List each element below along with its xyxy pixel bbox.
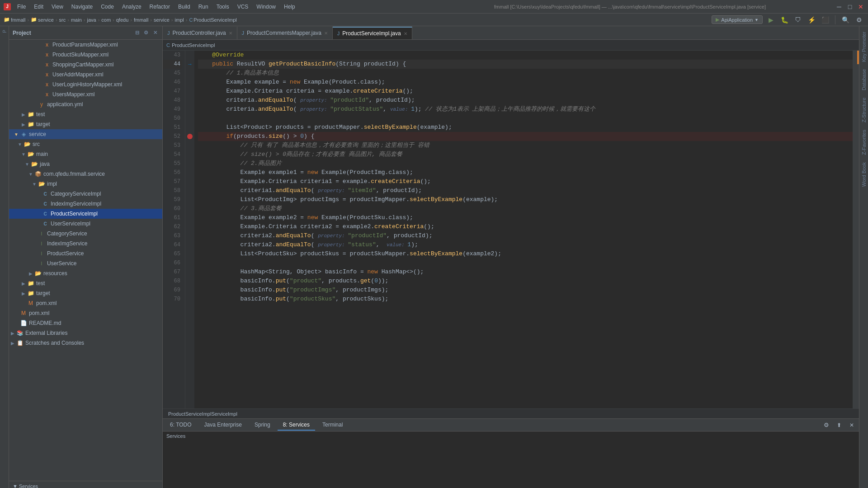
menu-run[interactable]: Run	[195, 3, 212, 11]
tree-item-readme[interactable]: 📄 README.md	[9, 318, 162, 328]
tree-item-users-mapper[interactable]: x UsersMapper.xml	[9, 89, 162, 99]
bottom-close-icon[interactable]: ✕	[846, 420, 857, 431]
menu-view[interactable]: View	[48, 3, 67, 11]
menu-build[interactable]: Build	[175, 3, 194, 11]
breadcrumb-item-fmmall[interactable]: 📁 fmmall	[4, 17, 25, 23]
collapse-all-icon[interactable]: ⊟	[133, 29, 141, 37]
breadcrumb-item-service2[interactable]: service	[154, 17, 170, 23]
tree-item-product-service-impl[interactable]: C ProductServiceImpl	[9, 209, 162, 219]
folder-arrow: ▼	[13, 132, 20, 137]
close-panel-icon[interactable]: ✕	[151, 29, 159, 37]
search-everywhere-button[interactable]: 🔍	[840, 14, 851, 25]
bottom-restore-icon[interactable]: ⬆	[834, 420, 844, 431]
tree-item-index-img-service-impl[interactable]: C IndexImgServiceImpl	[9, 199, 162, 209]
close-button[interactable]: ✕	[857, 3, 864, 10]
code-line-47: Example.Criteria criteria = example.crea…	[198, 87, 853, 96]
settings-button[interactable]: ⚙	[854, 14, 864, 25]
breadcrumb-item-java[interactable]: java	[87, 17, 96, 23]
code-line-54: // size() > 0商品存在；才有必要查 商品图片, 商品套餐	[198, 150, 853, 159]
tab-product-comments-mapper[interactable]: J ProductCommentsMapper.java ✕	[237, 27, 333, 39]
tree-item-shopping-cart-mapper[interactable]: x ShoppingCartMapper.xml	[9, 60, 162, 70]
maximize-button[interactable]: □	[846, 3, 854, 10]
menu-tools[interactable]: Tools	[213, 3, 233, 11]
tree-item-resources[interactable]: ▶ 📂 resources	[9, 268, 162, 278]
tree-item-com-qfedu[interactable]: ▼ 📦 com.qfedu.fmmall.service	[9, 169, 162, 179]
bottom-settings-icon[interactable]: ⚙	[821, 420, 832, 431]
tree-item-user-addr-mapper[interactable]: x UserAddrMapper.xml	[9, 70, 162, 80]
tree-item-scratches[interactable]: ▶ 📋 Scratches and Consoles	[9, 338, 162, 348]
tree-item-src[interactable]: ▼ 📂 src	[9, 139, 162, 149]
tree-item-test[interactable]: ▶ 📁 test	[9, 109, 162, 119]
file-label: UsersMapper.xml	[52, 91, 94, 98]
tree-item-pom-service[interactable]: M pom.xml	[9, 298, 162, 308]
code-editor[interactable]: @Override public ResultVO getProductBasi…	[194, 51, 853, 408]
right-tab-word-book[interactable]: Word Book	[860, 159, 868, 190]
profile-button[interactable]: ⚡	[806, 14, 817, 25]
tab-services[interactable]: 8: Services	[278, 420, 315, 431]
breadcrumb-item-service[interactable]: 📁 service	[31, 17, 54, 23]
tree-item-product-params-mapper[interactable]: x ProductParamsMapper.xml	[9, 40, 162, 50]
java-file-icon: J	[337, 31, 340, 36]
tree-item-product-service[interactable]: I ProductService	[9, 249, 162, 258]
menu-window[interactable]: Window	[253, 3, 279, 11]
tab-close-button[interactable]: ✕	[229, 31, 232, 36]
tab-todo[interactable]: 6: TODO	[165, 420, 197, 431]
tab-java-enterprise[interactable]: Java Enterprise	[199, 420, 247, 431]
tree-item-pom-root[interactable]: M pom.xml	[9, 308, 162, 318]
breadcrumb-item-src[interactable]: src	[59, 17, 66, 23]
tree-item-main[interactable]: ▼ 📂 main	[9, 149, 162, 159]
tree-item-product-sku-mapper[interactable]: x ProductSkuMapper.xml	[9, 50, 162, 60]
right-tab-database[interactable]: Database	[860, 66, 868, 94]
class-breadcrumb-icon: C	[166, 42, 170, 48]
code-line-53: // 只有 有了 商品基本信息，才有必要查询 里面的；这里相当于 容错	[198, 141, 853, 150]
right-tab-key-promoter[interactable]: Key Promoter	[860, 28, 868, 66]
code-line-68: basicInfo.put("product", products.get(0)…	[198, 277, 853, 286]
tree-item-target2[interactable]: ▶ 📁 target	[9, 288, 162, 298]
settings-icon[interactable]: ⚙	[142, 29, 150, 37]
breadcrumb-item-class[interactable]: C ProductServiceImpl	[189, 17, 236, 23]
menu-navigate[interactable]: Navigate	[68, 3, 96, 11]
tree-item-user-login-history-mapper[interactable]: x UserLoginHistoryMapper.xml	[9, 80, 162, 89]
menu-edit[interactable]: Edit	[30, 3, 47, 11]
tree-item-index-img-service[interactable]: I IndexImgService	[9, 239, 162, 249]
breadcrumb-item-com[interactable]: com	[101, 17, 111, 23]
breadcrumb-item-impl[interactable]: impl	[175, 17, 184, 23]
breadcrumb-item-main[interactable]: main	[71, 17, 82, 23]
breadcrumb-item-qfedu[interactable]: qfedu	[116, 17, 129, 23]
tree-item-user-service-impl[interactable]: C UserServiceImpl	[9, 219, 162, 229]
tree-item-application-yml[interactable]: y application.yml	[9, 99, 162, 109]
tab-product-controller[interactable]: J ProductController.java ✕	[163, 27, 237, 39]
tab-product-service-impl[interactable]: J ProductServiceImpl.java ✕	[333, 27, 412, 39]
menu-refactor[interactable]: Refactor	[146, 3, 174, 11]
menu-vcs[interactable]: VCS	[234, 3, 252, 11]
tree-item-java[interactable]: ▼ 📂 java	[9, 159, 162, 169]
debug-button[interactable]: 🐛	[779, 14, 790, 25]
tree-item-target[interactable]: ▶ 📁 target	[9, 119, 162, 129]
coverage-button[interactable]: ⛉	[793, 14, 803, 25]
tab-spring[interactable]: Spring	[249, 420, 276, 431]
menu-file[interactable]: File	[14, 3, 29, 11]
tree-item-category-service-impl[interactable]: C CategoryServiceImpl	[9, 189, 162, 199]
services-bottom-label[interactable]: ▼ Services	[9, 481, 162, 488]
minimize-button[interactable]: ─	[835, 3, 843, 10]
tree-item-impl[interactable]: ▼ 📂 impl	[9, 179, 162, 189]
project-icon[interactable]: P	[1, 28, 8, 35]
run-button[interactable]: ▶	[765, 14, 776, 25]
tree-item-external-libraries[interactable]: ▶ 📚 External Libraries	[9, 328, 162, 338]
tree-item-test2[interactable]: ▶ 📁 test	[9, 278, 162, 288]
menu-code[interactable]: Code	[97, 3, 118, 11]
run-config-selector[interactable]: ▶ ApiApplication ▼	[712, 15, 763, 24]
right-tab-structure[interactable]: Z-Structure	[860, 94, 868, 126]
editor-scrollbar[interactable]	[853, 51, 859, 408]
tree-item-service-module[interactable]: ▼ ◈ service	[9, 129, 162, 139]
tree-item-user-service[interactable]: I UserService	[9, 258, 162, 268]
menu-help[interactable]: Help	[280, 3, 299, 11]
tab-close-button[interactable]: ✕	[404, 31, 407, 36]
stop-button[interactable]: ⬛	[820, 14, 830, 25]
menu-analyze[interactable]: Analyze	[118, 3, 145, 11]
tab-terminal[interactable]: Terminal	[317, 420, 348, 431]
tab-close-button[interactable]: ✕	[324, 31, 328, 36]
right-tab-favorites[interactable]: Z-Favorites	[860, 126, 868, 159]
tree-item-category-service[interactable]: I CategoryService	[9, 229, 162, 239]
breadcrumb-item-fmmall2[interactable]: fmmall	[134, 17, 148, 23]
